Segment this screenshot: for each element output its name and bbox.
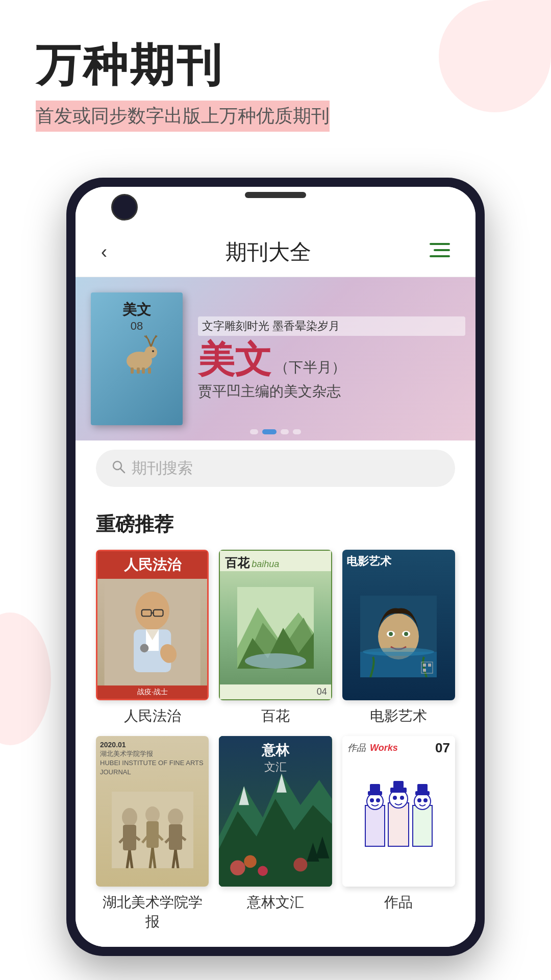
svg-rect-14 (142, 368, 145, 374)
mag-cover-hubei: 2020.01 湖北美术学院学报HUBEI INSTITUTE OF FINE … (96, 736, 209, 887)
svg-rect-5 (144, 351, 151, 359)
search-icon (111, 459, 126, 477)
svg-point-28 (140, 644, 149, 652)
dot-2[interactable] (262, 429, 277, 434)
banner-cover: 美文 08 (91, 292, 183, 425)
back-button[interactable]: ‹ (101, 241, 107, 263)
svg-point-85 (370, 798, 374, 802)
dot-1[interactable] (250, 429, 258, 434)
svg-point-94 (414, 793, 431, 810)
page-title: 万种期刊 (36, 41, 515, 90)
banner-mag-title: 美文 (122, 300, 151, 320)
banner-mag-issue: 08 (131, 320, 143, 333)
svg-point-97 (417, 798, 421, 802)
mag-name-hubei: 湖北美术学院学报 (96, 893, 209, 932)
svg-point-77 (294, 857, 308, 871)
svg-point-98 (423, 798, 428, 802)
mag-name-dianying: 电影艺术 (370, 706, 427, 726)
svg-point-42 (363, 648, 434, 656)
app-bar: ‹ 期刊大全 (76, 228, 475, 277)
phone-container: ‹ 期刊大全 美文 08 (0, 178, 551, 956)
svg-point-75 (244, 855, 257, 868)
svg-line-18 (120, 469, 124, 473)
svg-point-33 (245, 653, 306, 669)
svg-point-74 (230, 860, 245, 875)
banner[interactable]: 美文 08 (76, 277, 475, 440)
app-bar-title: 期刊大全 (107, 238, 430, 266)
svg-rect-2 (430, 255, 450, 257)
banner-text-area: 文字雕刻时光 墨香晕染岁月 美文 （下半月） 贾平凹主编的美文杂志 (183, 306, 475, 411)
svg-rect-13 (137, 368, 140, 374)
mag-cover-dianying: 电影艺术 (342, 550, 455, 700)
svg-line-6 (148, 339, 151, 347)
camera (111, 194, 138, 220)
svg-rect-0 (430, 243, 450, 245)
svg-point-20 (135, 592, 169, 630)
svg-rect-81 (365, 805, 385, 846)
mag-item-dianying[interactable]: 电影艺术 (342, 550, 455, 726)
svg-point-56 (168, 808, 183, 826)
svg-text:文汇: 文汇 (264, 761, 287, 773)
mag-name-renmin: 人民法治 (124, 706, 181, 726)
banner-slogan: 文字雕刻时光 墨香晕染岁月 (198, 316, 465, 336)
deer-illustration (111, 333, 162, 374)
page-header: 万种期刊 首发或同步数字出版上万种优质期刊 (0, 0, 551, 147)
svg-rect-45 (428, 664, 431, 667)
menu-icon[interactable] (430, 242, 450, 262)
mag-item-zuopin[interactable]: 作品 Works 07 (342, 736, 455, 932)
banner-description: 贾平凹主编的美文杂志 (198, 382, 465, 401)
svg-point-40 (404, 632, 408, 636)
mag-item-hubei[interactable]: 2020.01 湖北美术学院学报HUBEI INSTITUTE OF FINE … (96, 736, 209, 932)
svg-point-39 (389, 632, 393, 636)
svg-rect-96 (417, 784, 428, 792)
mag-item-baihua[interactable]: 百花 baihua (219, 550, 332, 726)
page-subtitle: 首发或同步数字出版上万种优质期刊 (36, 101, 330, 132)
banner-main-text: 美文 (198, 341, 271, 378)
svg-rect-90 (393, 781, 404, 788)
svg-rect-46 (423, 669, 426, 672)
mag-name-yilin: 意林文汇 (247, 893, 304, 912)
svg-point-52 (145, 806, 160, 823)
mag-item-yilin[interactable]: 意林 文汇 (219, 736, 332, 932)
svg-point-48 (122, 808, 137, 826)
dot-3[interactable] (281, 429, 289, 434)
search-bar: 期刊搜索 (76, 440, 475, 496)
recommended-section: 重磅推荐 人民法治 (76, 496, 475, 947)
mag-cover-baihua: 百花 baihua (219, 550, 332, 700)
svg-rect-12 (131, 368, 134, 374)
svg-line-9 (151, 339, 154, 347)
svg-rect-15 (148, 368, 151, 374)
svg-rect-44 (423, 664, 426, 667)
svg-point-91 (393, 796, 397, 800)
banner-parenthetical: （下半月） (274, 358, 346, 377)
svg-rect-84 (370, 784, 380, 792)
magazine-grid: 人民法治 (96, 550, 455, 932)
section-title: 重磅推荐 (96, 511, 455, 537)
mag-item-renmin[interactable]: 人民法治 (96, 550, 209, 726)
banner-dots (250, 429, 301, 434)
dot-4[interactable] (293, 429, 301, 434)
svg-point-16 (152, 350, 154, 352)
phone-mockup: ‹ 期刊大全 美文 08 (66, 178, 485, 956)
notch-bar (76, 187, 475, 228)
notch (245, 192, 306, 198)
svg-point-86 (376, 798, 380, 802)
search-input-wrap[interactable]: 期刊搜索 (96, 450, 455, 487)
mag-cover-yilin: 意林 文汇 (219, 736, 332, 887)
svg-rect-1 (434, 249, 450, 251)
svg-rect-87 (388, 803, 409, 846)
search-placeholder-text: 期刊搜索 (132, 458, 193, 479)
mag-name-baihua: 百花 (261, 706, 290, 726)
phone-inner: ‹ 期刊大全 美文 08 (76, 187, 475, 947)
mag-cover-renmin: 人民法治 (96, 550, 209, 700)
svg-point-82 (367, 793, 383, 810)
mag-cover-zuopin: 作品 Works 07 (342, 736, 455, 887)
svg-point-76 (258, 866, 268, 876)
svg-point-92 (400, 796, 404, 800)
svg-rect-89 (390, 788, 407, 793)
svg-rect-93 (413, 805, 432, 846)
svg-text:意林: 意林 (261, 743, 290, 758)
mag-name-zuopin: 作品 (384, 893, 413, 912)
